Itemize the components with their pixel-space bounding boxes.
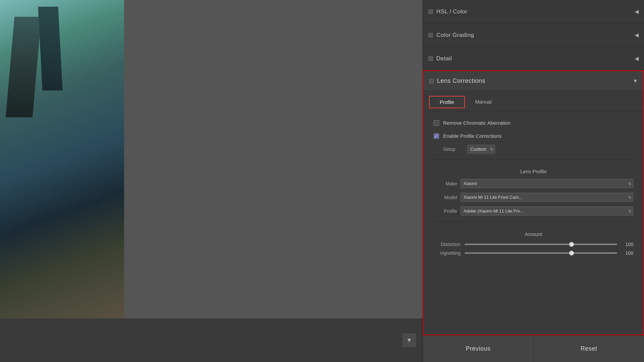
lens-corrections-panel: Lens Corrections ▼ Profile Manual Remove…	[423, 70, 644, 335]
lens-profile-section-title: Lens Profile	[434, 169, 633, 174]
profile-field-label: Profile	[434, 208, 457, 214]
amount-section: Amount Distortion 100 Vignetting	[434, 231, 633, 259]
vignetting-slider-row: Vignetting 100	[434, 250, 633, 256]
setup-row: Setup Custom Auto Default	[443, 145, 633, 154]
photo-image	[0, 0, 124, 318]
tab-manual[interactable]: Manual	[465, 96, 502, 108]
model-row: Model Xiaomi Mi 11 Lite Front Cam...	[434, 193, 633, 202]
photo-section	[0, 0, 124, 318]
distortion-slider-fill	[465, 244, 617, 245]
lens-corrections-header[interactable]: Lens Corrections ▼	[424, 71, 643, 91]
lens-tabs-row: Profile Manual	[424, 91, 643, 112]
remove-chromatic-row: Remove Chromatic Aberration	[434, 119, 633, 127]
hsl-color-label: HSL / Color	[436, 8, 468, 15]
bottom-filmstrip-bar: ▼	[0, 318, 423, 362]
color-grading-panel-row[interactable]: Color Grading ◀	[423, 23, 644, 47]
setup-select[interactable]: Custom Auto Default	[467, 145, 495, 154]
make-row: Make Xiaomi	[434, 179, 633, 188]
previous-button[interactable]: Previous	[423, 336, 534, 362]
model-label: Model	[434, 195, 457, 200]
remove-chromatic-checkbox[interactable]	[434, 120, 439, 126]
remove-chromatic-label: Remove Chromatic Aberration	[443, 120, 511, 126]
profile-select[interactable]: Adobe (Xiaomi Mi 11 Lite Fro...	[461, 206, 633, 216]
vignetting-value: 100	[621, 250, 633, 256]
detail-panel-row[interactable]: Detail ◀	[423, 47, 644, 70]
lens-corrections-arrow: ▼	[633, 78, 638, 84]
divider-2	[434, 222, 633, 222]
enable-profile-row: ✓ Enable Profile Corrections	[434, 132, 633, 140]
vignetting-label: Vignetting	[434, 250, 461, 256]
lens-corrections-label: Lens Corrections	[437, 77, 485, 84]
filmstrip-scroll-btn[interactable]: ▼	[402, 334, 416, 347]
right-panel: HSL / Color ◀ Color Grading ◀ Detail ◀ L…	[423, 0, 644, 362]
enable-profile-checkbox[interactable]: ✓	[434, 133, 439, 139]
distortion-slider-thumb[interactable]	[569, 242, 574, 247]
make-label: Make	[434, 181, 457, 186]
distortion-slider-row: Distortion 100	[434, 242, 633, 247]
make-select[interactable]: Xiaomi	[461, 179, 633, 188]
vignetting-slider-thumb[interactable]	[569, 251, 574, 255]
lens-profile-content: Remove Chromatic Aberration ✓ Enable Pro…	[424, 112, 643, 335]
color-grading-arrow: ◀	[635, 32, 639, 38]
lens-corrections-checkbox[interactable]	[429, 79, 434, 83]
detail-checkbox[interactable]	[428, 56, 433, 61]
distortion-label: Distortion	[434, 242, 461, 247]
image-canvas	[0, 0, 423, 362]
vignetting-slider-fill	[465, 252, 617, 254]
detail-arrow: ◀	[635, 55, 639, 62]
enable-profile-label: Enable Profile Corrections	[443, 133, 501, 139]
color-grading-label: Color Grading	[436, 32, 474, 39]
color-grading-checkbox[interactable]	[428, 33, 433, 38]
vignetting-slider-track[interactable]	[465, 252, 617, 254]
amount-title: Amount	[434, 231, 633, 237]
model-select[interactable]: Xiaomi Mi 11 Lite Front Cam...	[461, 193, 633, 202]
setup-label: Setup	[443, 146, 463, 152]
detail-label: Detail	[436, 55, 452, 62]
divider-1	[434, 160, 633, 160]
tab-profile[interactable]: Profile	[429, 96, 465, 108]
reset-button[interactable]: Reset	[534, 336, 644, 362]
bottom-buttons-bar: Previous Reset	[423, 335, 644, 362]
distortion-slider-track[interactable]	[465, 244, 617, 245]
hsl-color-checkbox[interactable]	[428, 9, 433, 14]
profile-field-row: Profile Adobe (Xiaomi Mi 11 Lite Fro...	[434, 206, 633, 216]
hsl-color-panel-row[interactable]: HSL / Color ◀	[423, 0, 644, 23]
hsl-color-arrow: ◀	[635, 8, 639, 15]
image-area: ▼	[0, 0, 423, 362]
distortion-value: 100	[621, 242, 633, 247]
